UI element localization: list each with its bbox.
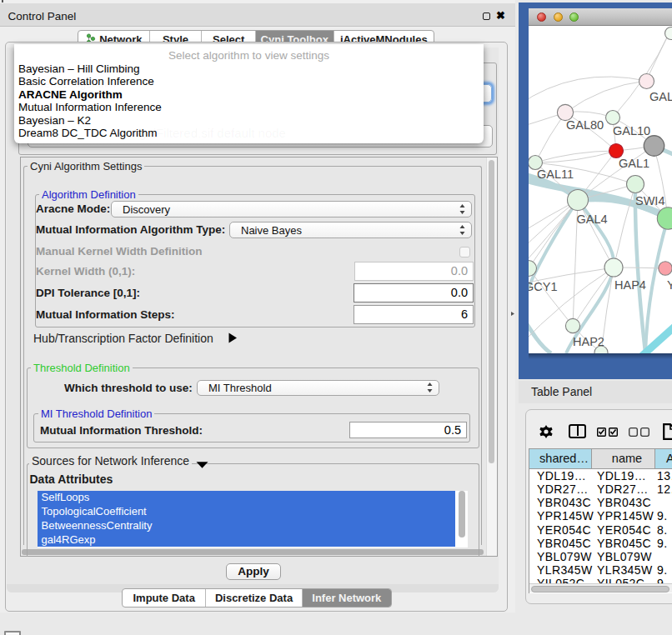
svg-text:GAL7: GAL7 <box>649 90 672 103</box>
svg-text:GAL10: GAL10 <box>613 124 650 138</box>
svg-text:SWI4: SWI4 <box>635 194 664 208</box>
svg-text:GAL1: GAL1 <box>619 157 649 170</box>
svg-text:GAL80: GAL80 <box>566 118 604 132</box>
svg-text:GAL11: GAL11 <box>537 168 574 181</box>
svg-text:GCY1: GCY1 <box>529 280 558 293</box>
svg-text:YJ: YJ <box>667 278 672 292</box>
svg-text:GAL4: GAL4 <box>577 212 608 226</box>
svg-text:HAP2: HAP2 <box>573 335 604 348</box>
svg-text:HAP4: HAP4 <box>614 278 646 292</box>
